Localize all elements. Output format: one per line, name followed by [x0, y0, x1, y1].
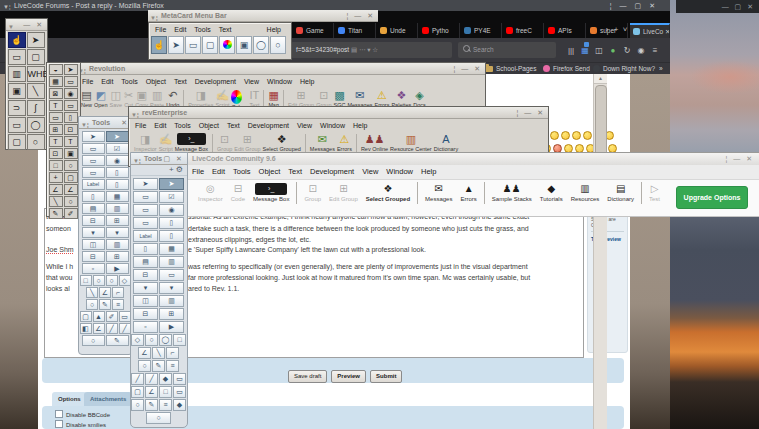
upgrade-options-button[interactable]: Upgrade Options — [676, 186, 748, 209]
palette-tool[interactable]: ∠ — [64, 184, 78, 195]
menu-edit[interactable]: Edit — [212, 165, 225, 178]
palette-tool[interactable]: ◆ — [159, 373, 172, 385]
palette-tool[interactable]: ▦ — [49, 76, 63, 87]
menu-development[interactable]: Development — [195, 75, 236, 88]
palette-tool[interactable]: ▭ — [159, 269, 184, 281]
palette-tool[interactable]: ✎ — [152, 360, 165, 372]
toolbar-tutorials[interactable]: ◆Tutorials — [540, 182, 563, 202]
tab-options[interactable]: Options — [52, 392, 87, 406]
lc-tools-controls[interactable]: ▢ ✕ — [164, 153, 184, 165]
toolbar-message-box[interactable]: ›_Message Box — [175, 132, 208, 152]
palette-tool[interactable]: ○ — [64, 196, 78, 207]
palette-tool[interactable]: ◉ — [106, 155, 129, 166]
oval-tool[interactable]: ◯ — [253, 36, 269, 54]
palette-tool[interactable]: ⊟ — [82, 215, 105, 226]
submit-button[interactable]: Submit — [370, 370, 402, 383]
menu-tools[interactable]: Tools — [121, 75, 137, 88]
checkbox-icon[interactable] — [55, 410, 63, 418]
palette-tool[interactable]: ▾ — [106, 227, 129, 238]
circle-tool[interactable]: ○ — [270, 36, 286, 54]
tab-apis[interactable]: APIs — [545, 23, 586, 38]
palette-tool[interactable]: ▭ — [8, 49, 26, 65]
menu-help[interactable]: Help — [421, 165, 436, 178]
toolbar-dictionary[interactable]: ADictionary — [434, 132, 458, 152]
bookmark-firefox-send[interactable]: Firefox Send — [543, 64, 590, 74]
palette-tool[interactable]: ◧ — [80, 323, 92, 334]
palette-tool[interactable]: ☝ — [8, 32, 26, 48]
palette-tool[interactable]: ⊟ — [82, 251, 105, 262]
palette-tool[interactable]: WHEEL — [27, 66, 45, 82]
palette-tool[interactable]: ▭ — [8, 117, 26, 133]
palette-tool[interactable]: ▣ — [64, 148, 78, 159]
palette-tool[interactable]: ▫ — [133, 321, 158, 333]
tab-unde[interactable]: Unde — [377, 23, 418, 38]
tab-py4e[interactable]: PY4E — [461, 23, 502, 38]
checkbox-disable-smilies[interactable]: Disable smilies — [55, 420, 106, 428]
palette-tool[interactable]: ○ — [146, 412, 171, 424]
menu-file[interactable]: File — [82, 75, 93, 88]
palette-tool[interactable]: ➤ — [159, 178, 184, 190]
browse-tool[interactable]: ☝ — [151, 36, 167, 54]
toolbar-resources[interactable]: ▥Resources — [571, 182, 600, 202]
palette-tool[interactable]: ≡ — [159, 399, 172, 411]
toolbar-sgc[interactable]: ▩SGC — [333, 88, 345, 108]
palette-tool[interactable]: ⊞ — [159, 308, 184, 320]
firefox-window-controls[interactable]: ¦ — ▢ ✕ — [610, 0, 658, 11]
menu-tools[interactable]: Tools — [194, 23, 210, 36]
palette-tool[interactable]: T — [49, 100, 63, 111]
tab-titan[interactable]: Titan — [335, 23, 376, 38]
window-menu-icon[interactable]: ▼¦ — [150, 12, 158, 22]
toolbar-msg[interactable]: ▦Msg — [268, 88, 278, 108]
palette-tool[interactable]: ◇ — [131, 334, 144, 346]
palette-tool[interactable]: ▭ — [133, 204, 158, 216]
palette-tool[interactable]: ➤ — [27, 32, 45, 48]
tab-attachments[interactable]: Attachments — [84, 392, 132, 406]
palette-tool[interactable]: ✐ — [106, 311, 118, 322]
tab-close-icon[interactable]: ✕ — [665, 28, 670, 35]
palette-tool[interactable]: □ — [49, 160, 63, 171]
palette-tool[interactable]: ▤ — [133, 256, 158, 268]
adblock-icon[interactable]: ● — [606, 44, 620, 57]
toolbar-select-grouped[interactable]: ❖Select Grouped — [366, 182, 410, 202]
url-bar-icons[interactable]: ▤ ⋯ ▾ ☆ — [351, 46, 378, 53]
menu-view[interactable]: View — [362, 165, 378, 178]
menu-text[interactable]: Text — [227, 119, 240, 132]
palette-tool[interactable]: ⊟ — [133, 308, 158, 320]
toolbar-messages[interactable]: ✉Messages — [347, 88, 372, 108]
menu-file[interactable]: File — [192, 165, 204, 178]
palette-tool[interactable]: ⊞ — [106, 251, 129, 262]
palette-tool[interactable]: ≡ — [112, 299, 124, 310]
menu-help[interactable]: Help — [267, 23, 281, 36]
palette-tool[interactable]: ✐ — [64, 208, 78, 219]
pointer-tool[interactable]: ➤ — [168, 36, 184, 54]
window-menu-icon[interactable]: ▼¦ — [133, 155, 141, 165]
palette-tool[interactable]: ⊃ — [8, 100, 26, 116]
palette-tool[interactable]: ◇ — [119, 275, 131, 286]
tab-game[interactable]: Game — [293, 23, 334, 38]
bookmark-school-pages[interactable]: School-Pages — [485, 64, 536, 74]
menu-tools[interactable]: Tools — [233, 165, 251, 178]
palette-tool[interactable]: ≡ — [166, 360, 179, 372]
palette-tool[interactable]: ◆ — [173, 399, 186, 411]
button-tool[interactable]: ▭ — [185, 36, 201, 54]
palette-tool[interactable]: ∠ — [49, 184, 63, 195]
palette-tool[interactable]: ╲ — [49, 196, 63, 207]
palette-tool[interactable]: ∠ — [93, 323, 105, 334]
metacard-window-controls[interactable]: ¦ — ✕ — [346, 10, 375, 22]
menu-view[interactable]: View — [297, 119, 312, 132]
palette-tool[interactable]: ▯ — [106, 167, 129, 178]
palette-tool[interactable]: ▾ — [133, 282, 158, 294]
palette-tool[interactable]: ▯ — [159, 217, 184, 229]
palette-tool[interactable]: ☑ — [159, 191, 184, 203]
palette-tool[interactable]: ╱ — [106, 323, 118, 334]
tab-pytho[interactable]: Pytho — [419, 23, 460, 38]
palette-tool[interactable]: ▾ — [82, 227, 105, 238]
palette-tool[interactable]: ▢ — [80, 311, 92, 322]
palette-tool[interactable]: ʃ — [27, 100, 45, 116]
page-scrollbar[interactable]: ▲ — [593, 74, 607, 429]
palette-tool[interactable]: ▶ — [106, 263, 129, 274]
palette-tool[interactable]: ▶ — [159, 321, 184, 333]
palette-tool[interactable]: ▭ — [133, 191, 158, 203]
livecode-window-controls[interactable]: ¦ — ✕ — [725, 153, 754, 165]
mc-palette-controls[interactable]: — ✕ — [23, 19, 44, 31]
